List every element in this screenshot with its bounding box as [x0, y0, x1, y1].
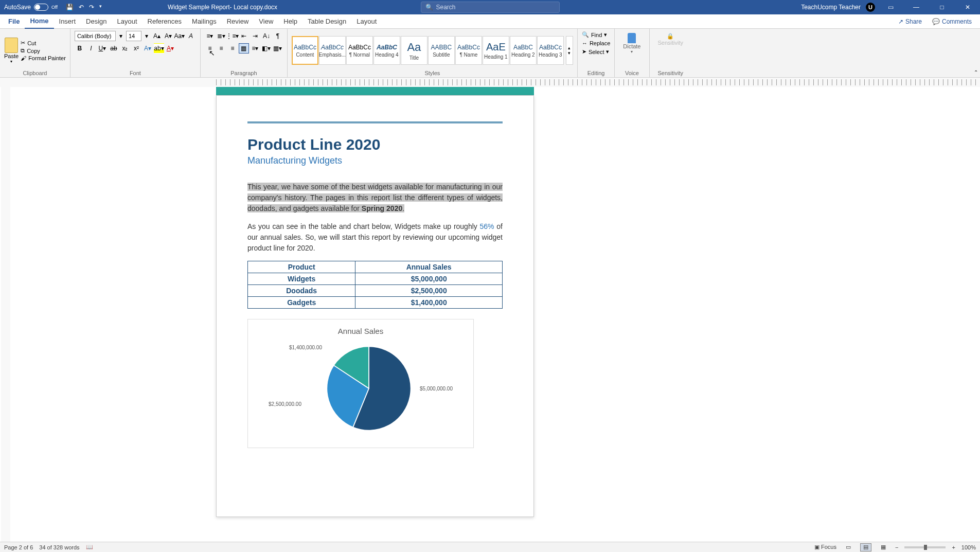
comments-button[interactable]: 💬Comments	[927, 18, 977, 25]
tab-home[interactable]: Home	[25, 14, 54, 29]
focus-mode-button[interactable]: ▣ Focus	[814, 544, 836, 550]
tab-mailings[interactable]: Mailings	[187, 14, 222, 29]
clear-format-button[interactable]: A	[186, 31, 196, 41]
autosave-toggle[interactable]: AutoSave Off	[0, 4, 62, 11]
chevron-down-icon[interactable]: ▾	[117, 31, 125, 41]
paragraph-2[interactable]: As you can see in the table and chart be…	[247, 221, 503, 254]
tab-design[interactable]: Design	[81, 14, 112, 29]
undo-icon[interactable]: ↶	[79, 4, 84, 11]
collapse-ribbon-icon[interactable]: ⌃	[974, 69, 978, 75]
vertical-ruler[interactable]	[1, 87, 10, 542]
style-content[interactable]: AaBbCcContent	[292, 36, 318, 65]
italic-button[interactable]: I	[86, 43, 96, 54]
paste-button[interactable]: Paste ▾	[4, 38, 19, 64]
style-heading2[interactable]: AaBbCHeading 2	[510, 36, 537, 65]
find-button[interactable]: 🔍Find ▾	[582, 31, 607, 39]
sales-table[interactable]: ProductAnnual Sales Widgets$5,000,000 Do…	[247, 261, 503, 309]
table-header[interactable]: Annual Sales	[355, 261, 503, 273]
style-normal[interactable]: AaBbCc¶ Normal	[346, 36, 373, 65]
heading-1[interactable]: Product Line 2020	[247, 136, 503, 153]
paragraph-1[interactable]: This year, we have some of the best widg…	[247, 182, 503, 214]
style-heading3[interactable]: AaBbCcHeading 3	[537, 36, 564, 65]
numbering-button[interactable]: ≣▾	[216, 31, 226, 41]
close-icon[interactable]: ✕	[957, 0, 978, 14]
tab-table-layout[interactable]: Layout	[351, 14, 382, 29]
save-icon[interactable]: 💾	[66, 4, 74, 11]
print-layout-button[interactable]: ▤	[860, 543, 871, 551]
subscript-button[interactable]: x₂	[120, 43, 130, 54]
tab-table-design[interactable]: Table Design	[302, 14, 351, 29]
document-area[interactable]: Product Line 2020 Manufacturing Widgets …	[0, 87, 980, 542]
style-heading4[interactable]: AaBbCHeading 4	[373, 36, 400, 65]
zoom-slider[interactable]	[904, 546, 946, 548]
web-layout-button[interactable]: ▦	[878, 543, 889, 551]
horizontal-ruler[interactable]	[0, 78, 980, 87]
justify-button[interactable]: ▦	[239, 43, 249, 54]
align-right-button[interactable]: ≡	[227, 43, 238, 54]
highlight-button[interactable]: ab▾	[154, 43, 164, 54]
tab-file[interactable]: File	[3, 14, 25, 29]
align-center-button[interactable]: ≡	[216, 43, 226, 54]
read-mode-button[interactable]: ▭	[843, 543, 854, 551]
grow-font-button[interactable]: A▴	[152, 31, 162, 41]
zoom-in-button[interactable]: +	[952, 544, 955, 550]
maximize-icon[interactable]: □	[932, 0, 952, 14]
tab-review[interactable]: Review	[222, 14, 254, 29]
user-name[interactable]: TeachUcomp Teacher	[801, 4, 861, 11]
page[interactable]: Product Line 2020 Manufacturing Widgets …	[216, 95, 534, 517]
change-case-button[interactable]: Aa▾	[174, 31, 185, 41]
align-left-button[interactable]: ≡	[205, 43, 215, 54]
sort-button[interactable]: A↓	[261, 31, 272, 41]
inc-indent-button[interactable]: ⇥	[250, 31, 260, 41]
tab-insert[interactable]: Insert	[54, 14, 81, 29]
chart[interactable]: Annual Sales $5,000,000.00 $2,500,000.00…	[247, 319, 474, 448]
hyperlink[interactable]: 56%	[480, 222, 494, 230]
style-emphasis[interactable]: AaBbCcEmphasis...	[319, 36, 346, 65]
format-painter-button[interactable]: 🖌Format Painter	[21, 55, 66, 61]
word-count[interactable]: 34 of 328 words	[39, 544, 79, 550]
text-effects-button[interactable]: A▾	[142, 43, 153, 54]
style-heading1[interactable]: AaEHeading 1	[483, 36, 509, 65]
user-avatar[interactable]: U	[866, 3, 875, 12]
chevron-down-icon[interactable]: ▾	[142, 31, 151, 41]
shrink-font-button[interactable]: A▾	[163, 31, 173, 41]
font-color-button[interactable]: A▾	[165, 43, 175, 54]
toggle-icon[interactable]	[34, 4, 48, 11]
superscript-button[interactable]: x²	[131, 43, 141, 54]
bullets-button[interactable]: ≡▾	[205, 31, 215, 41]
styles-more-button[interactable]: ▴▾	[566, 36, 573, 65]
tab-view[interactable]: View	[254, 14, 278, 29]
borders-button[interactable]: ▦▾	[273, 43, 283, 54]
search-box[interactable]: 🔍	[421, 2, 560, 13]
spellcheck-icon[interactable]: 📖	[86, 544, 93, 550]
tab-help[interactable]: Help	[278, 14, 302, 29]
page-indicator[interactable]: Page 2 of 6	[4, 544, 33, 550]
style-title[interactable]: AaTitle	[401, 36, 427, 65]
select-button[interactable]: ➤Select ▾	[582, 48, 610, 56]
line-spacing-button[interactable]: ≡▾	[250, 43, 260, 54]
multilevel-button[interactable]: ⋮≡▾	[227, 31, 238, 41]
strike-button[interactable]: ab	[109, 43, 119, 54]
style-name[interactable]: AaBbCc¶ Name	[455, 36, 482, 65]
tab-references[interactable]: References	[142, 14, 187, 29]
cut-button[interactable]: ✂Cut	[21, 40, 66, 46]
customize-qat-icon[interactable]: ▾	[99, 4, 102, 11]
heading-2[interactable]: Manufacturing Widgets	[247, 155, 503, 166]
bold-button[interactable]: B	[75, 43, 85, 54]
shading-button[interactable]: ◧▾	[261, 43, 272, 54]
show-marks-button[interactable]: ¶	[273, 31, 283, 41]
dictate-button[interactable]: Dictate ▾	[619, 31, 645, 56]
zoom-level[interactable]: 100%	[961, 544, 976, 550]
copy-button[interactable]: ⧉Copy	[21, 47, 66, 54]
dec-indent-button[interactable]: ⇤	[239, 31, 249, 41]
zoom-out-button[interactable]: −	[895, 544, 898, 550]
replace-button[interactable]: ↔Replace	[582, 40, 610, 47]
font-size-select[interactable]: 14	[126, 31, 141, 41]
font-name-select[interactable]: Calibri (Body)	[75, 31, 116, 41]
tab-layout[interactable]: Layout	[112, 14, 142, 29]
redo-icon[interactable]: ↷	[89, 4, 94, 11]
share-button[interactable]: ↗Share	[893, 18, 927, 25]
table-header[interactable]: Product	[248, 261, 355, 273]
underline-button[interactable]: U▾	[97, 43, 108, 54]
minimize-icon[interactable]: —	[906, 0, 926, 14]
